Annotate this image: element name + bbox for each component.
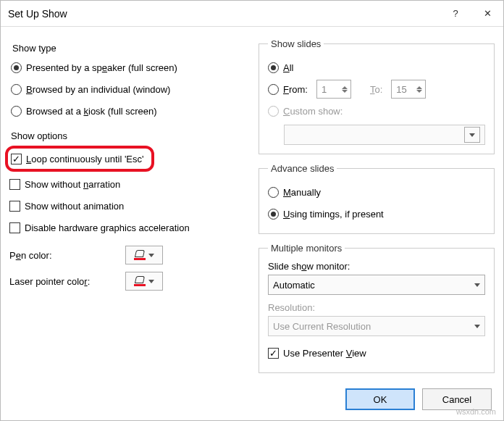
monitor-value: Automatic (273, 280, 315, 291)
disable-gfx-label: Disable hardware graphics acceleration (25, 222, 190, 233)
close-button[interactable]: ✕ (471, 1, 503, 27)
checkbox-narration[interactable] (9, 179, 20, 190)
laser-color-picker[interactable] (125, 272, 163, 291)
checkbox-presenter-view-row[interactable]: ✓ Use Presenter View (268, 342, 485, 364)
show-options-group: Show options ✓ Loop continuously until '… (9, 130, 245, 292)
checkbox-narration-row[interactable]: Show without narration (9, 173, 245, 195)
ok-button[interactable]: OK (345, 388, 415, 410)
show-options-legend: Show options (11, 130, 245, 141)
show-type-legend: Show type (12, 43, 244, 54)
checkbox-disable-gfx-row[interactable]: Disable hardware graphics acceleration (9, 217, 245, 238)
radio-icon (268, 209, 279, 220)
to-spinner[interactable]: 15 (391, 80, 426, 99)
checkbox-disable-gfx[interactable] (9, 222, 20, 233)
checkmark-icon: ✓ (269, 349, 277, 358)
radio-icon (11, 62, 22, 73)
monitor-combo[interactable]: Automatic (268, 275, 485, 295)
loop-highlight: ✓ Loop continuously until 'Esc' (5, 146, 154, 172)
show-slides-group: Show slides All From: 1 To: 15 Custom sh… (259, 38, 495, 154)
radio-using-timings[interactable]: Using timings, if present (268, 203, 485, 225)
close-icon: ✕ (484, 8, 492, 19)
resolution-label: Resolution: (268, 302, 485, 313)
manually-label: Manually (283, 187, 321, 198)
checkbox-presenter-view[interactable]: ✓ (268, 348, 279, 359)
radio-from-row[interactable]: From: 1 To: 15 (268, 78, 485, 100)
from-spinner[interactable]: 1 (316, 80, 351, 99)
radio-icon (268, 62, 279, 73)
radio-presented-speaker[interactable]: Presented by a speaker (full screen) (11, 57, 244, 78)
watermark: wsxdn.com (456, 407, 496, 416)
to-value: 15 (396, 84, 406, 95)
dialog-title: Set Up Show (1, 8, 440, 20)
setup-show-dialog: Set Up Show ? ✕ Show type Presented by a… (0, 0, 504, 421)
using-timings-label: Using timings, if present (283, 209, 384, 220)
radio-icon (268, 84, 279, 95)
pen-color-label: Pen color: (9, 250, 111, 261)
advance-slides-group: Advance slides Manually Using timings, i… (259, 163, 495, 234)
paint-bucket-icon (134, 276, 146, 286)
multiple-monitors-legend: Multiple monitors (268, 243, 345, 254)
chevron-down-icon (474, 325, 480, 328)
multiple-monitors-group: Multiple monitors Slide show monitor: Au… (259, 243, 495, 373)
radio-all[interactable]: All (268, 57, 485, 78)
help-button[interactable]: ? (440, 1, 471, 27)
chevron-down-icon (148, 280, 154, 283)
custom-show-combo (284, 125, 485, 145)
narration-label: Show without narration (25, 179, 120, 190)
radio-label: Browsed by an individual (window) (26, 84, 170, 95)
resolution-value: Use Current Resolution (273, 321, 371, 332)
radio-manually[interactable]: Manually (268, 181, 485, 203)
resolution-combo: Use Current Resolution (268, 316, 485, 336)
radio-icon (268, 187, 279, 198)
radio-custom-show: Custom show: (268, 100, 485, 122)
radio-browsed-kiosk[interactable]: Browsed at a kiosk (full screen) (11, 100, 244, 122)
radio-browsed-individual[interactable]: Browsed by an individual (window) (11, 78, 244, 100)
radio-label: Presented by a speaker (full screen) (26, 62, 177, 73)
animation-label: Show without animation (25, 201, 124, 212)
to-label: To: (370, 84, 382, 95)
chevron-down-icon (474, 283, 480, 287)
radio-label: Browsed at a kiosk (full screen) (26, 106, 157, 117)
from-value: 1 (322, 84, 327, 95)
titlebar: Set Up Show ? ✕ (1, 1, 503, 27)
from-label: From: (283, 84, 308, 95)
laser-color-label: Laser pointer color: (9, 276, 111, 287)
presenter-view-label: Use Presenter View (283, 348, 366, 359)
paint-bucket-icon (134, 250, 146, 260)
checkmark-icon: ✓ (12, 154, 20, 164)
radio-icon (11, 84, 22, 95)
help-icon: ? (453, 8, 458, 19)
show-type-group: Show type Presented by a speaker (full s… (9, 38, 245, 122)
pen-color-picker[interactable] (125, 246, 163, 264)
monitor-label: Slide show monitor: (268, 261, 485, 272)
chevron-down-icon (148, 254, 154, 257)
checkbox-animation-row[interactable]: Show without animation (9, 195, 245, 217)
advance-slides-legend: Advance slides (268, 163, 337, 174)
custom-show-label: Custom show: (283, 106, 343, 117)
radio-icon (11, 106, 22, 117)
radio-icon (268, 106, 279, 117)
chevron-down-icon (464, 127, 480, 143)
all-label: All (283, 62, 293, 73)
loop-label: Loop continuously until 'Esc' (26, 154, 144, 164)
checkbox-animation[interactable] (9, 201, 20, 212)
show-slides-legend: Show slides (268, 38, 324, 49)
checkbox-loop[interactable]: ✓ (11, 154, 22, 164)
